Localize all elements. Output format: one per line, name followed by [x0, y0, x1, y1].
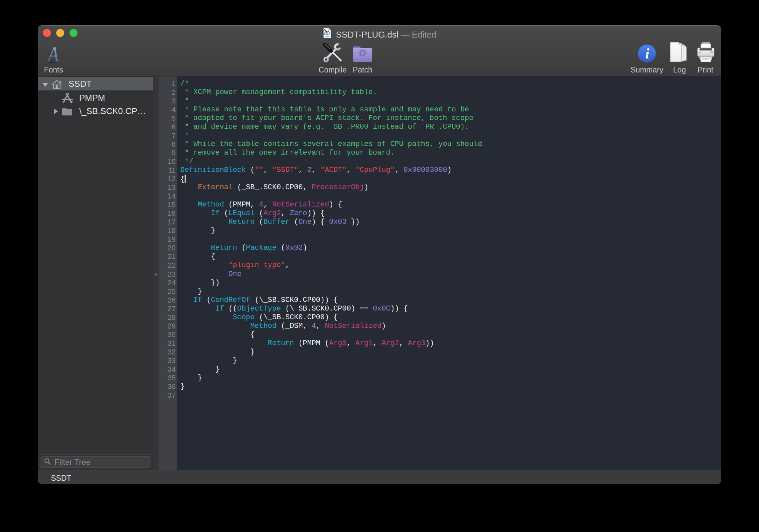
svg-text:DSL: DSL [326, 36, 330, 38]
svg-text:i: i [645, 46, 650, 62]
svg-text:A: A [47, 42, 59, 64]
